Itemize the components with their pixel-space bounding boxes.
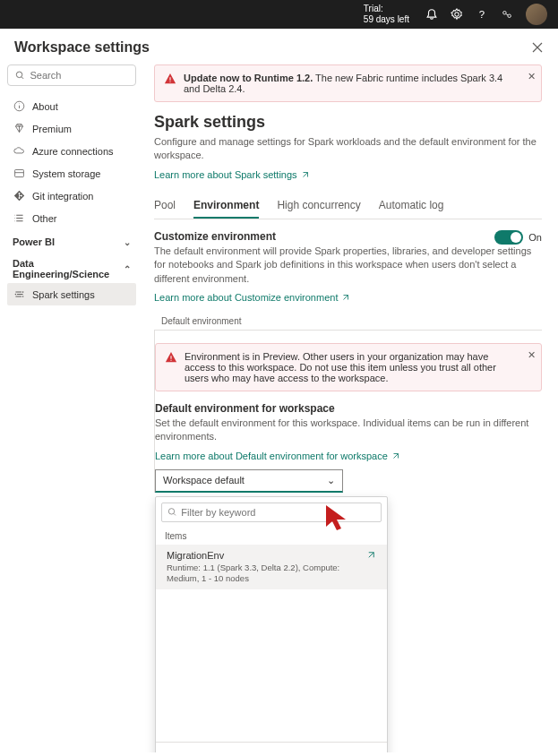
list-icon [13, 212, 25, 224]
sidebar-label: Premium [32, 124, 72, 134]
warning-icon [165, 351, 177, 383]
default-env-desc: Set the default environment for this wor… [155, 417, 542, 444]
notification-icon[interactable] [425, 8, 438, 21]
trial-label: Trial: [364, 4, 409, 14]
spark-icon [13, 288, 25, 300]
chevron-down-icon: ⌄ [124, 237, 131, 247]
environment-dropdown: Items MigrationEnv Runtime: 1.1 (Spark 3… [155, 496, 388, 752]
svg-point-1 [503, 12, 507, 15]
section-title: Spark settings [154, 113, 542, 132]
section-desc: Configure and manage settings for Spark … [154, 135, 542, 163]
dropdown-group-label: Items [156, 528, 387, 545]
gear-icon[interactable] [451, 8, 463, 21]
customize-desc: The default environment will provide Spa… [154, 245, 542, 286]
dropdown-item-sub: Runtime: 1.1 (Spark 3.3, Delta 2.2), Com… [167, 563, 361, 585]
svg-point-10 [14, 294, 16, 296]
tab-environment[interactable]: Environment [193, 193, 259, 219]
section-label: Data Engineering/Science [13, 258, 124, 279]
chevron-up-icon: ⌃ [124, 264, 131, 274]
alert-text: Environment is in Preview. Other users i… [185, 351, 519, 383]
dropdown-item-name: MigrationEnv [167, 550, 361, 561]
sidebar-label: About [32, 101, 58, 112]
chevron-down-icon: ⌄ [327, 475, 335, 486]
svg-rect-5 [14, 169, 23, 176]
avatar[interactable] [526, 4, 547, 25]
header-row: Workspace settings [0, 29, 558, 64]
sidebar: About Premium Azure connections System s… [0, 64, 143, 752]
sidebar-item-git[interactable]: Git integration [7, 185, 136, 207]
alert-close-button[interactable]: ✕ [528, 349, 536, 361]
sidebar-label: Git integration [32, 191, 93, 202]
warning-icon [164, 73, 176, 94]
help-icon[interactable]: ? [476, 8, 488, 21]
main-content: Update now to Runtime 1.2. The new Fabri… [143, 64, 558, 752]
cloud-icon [13, 145, 25, 157]
fieldset-label: Default environment [161, 316, 542, 326]
storage-icon [13, 168, 25, 179]
sidebar-item-about[interactable]: About [7, 95, 136, 117]
preview-alert: Environment is in Preview. Other users i… [155, 343, 542, 391]
tab-pool[interactable]: Pool [154, 193, 176, 219]
feedback-icon[interactable] [501, 8, 513, 21]
environment-select[interactable]: Workspace default ⌄ [155, 469, 343, 493]
sidebar-item-azure[interactable]: Azure connections [7, 140, 136, 162]
section-powerbi[interactable]: Power BI ⌄ [7, 229, 136, 251]
sidebar-label: Azure connections [32, 146, 114, 157]
new-environment-button[interactable]: New Environment [156, 742, 387, 752]
tab-high-concurrency[interactable]: High concurrency [277, 193, 360, 219]
tab-automatic-log[interactable]: Automatic log [379, 193, 444, 219]
info-icon [13, 100, 25, 112]
dropdown-item-migrationenv[interactable]: MigrationEnv Runtime: 1.1 (Spark 3.3, De… [156, 545, 387, 590]
trial-days: 59 days left [364, 14, 409, 25]
svg-point-11 [21, 296, 23, 297]
diamond-icon [13, 123, 25, 134]
sidebar-item-premium[interactable]: Premium [7, 117, 136, 140]
default-env-title: Default environment for workspace [155, 402, 542, 415]
sidebar-item-other[interactable]: Other [7, 207, 136, 229]
external-link-icon [301, 170, 310, 179]
external-link-icon [341, 293, 350, 302]
sidebar-item-storage[interactable]: System storage [7, 162, 136, 185]
search-input[interactable] [7, 64, 136, 86]
section-data-engineering[interactable]: Data Engineering/Science ⌃ [7, 251, 136, 283]
sidebar-label: Spark settings [32, 289, 95, 300]
learn-customize-link[interactable]: Learn more about Customize environment [154, 292, 350, 303]
external-link-icon[interactable] [366, 550, 376, 560]
close-button[interactable] [531, 41, 544, 54]
page-title: Workspace settings [14, 39, 150, 56]
section-label: Power BI [13, 236, 55, 247]
toggle-label: On [528, 232, 542, 243]
learn-spark-link[interactable]: Learn more about Spark settings [154, 169, 310, 180]
learn-default-env-link[interactable]: Learn more about Default environment for… [155, 451, 400, 461]
sidebar-item-spark-settings[interactable]: Spark settings [7, 283, 136, 305]
svg-text:?: ? [479, 9, 485, 20]
external-link-icon [391, 451, 400, 460]
runtime-alert: Update now to Runtime 1.2. The new Fabri… [154, 64, 542, 102]
trial-info: Trial: 59 days left [364, 4, 409, 25]
customize-toggle[interactable]: On [494, 230, 542, 245]
git-icon [13, 190, 25, 202]
tabs: Pool Environment High concurrency Automa… [154, 193, 542, 219]
svg-point-12 [168, 509, 174, 514]
svg-point-3 [16, 72, 22, 78]
dropdown-filter[interactable] [161, 503, 382, 522]
customize-title: Customize environment [154, 230, 276, 243]
alert-text: Update now to Runtime 1.2. The new Fabri… [184, 73, 519, 94]
sidebar-label: System storage [32, 168, 100, 179]
select-value: Workspace default [163, 475, 245, 485]
top-bar: Trial: 59 days left ? [0, 0, 558, 29]
svg-point-9 [21, 291, 23, 293]
sidebar-label: Other [32, 213, 57, 224]
alert-close-button[interactable]: ✕ [528, 71, 536, 82]
